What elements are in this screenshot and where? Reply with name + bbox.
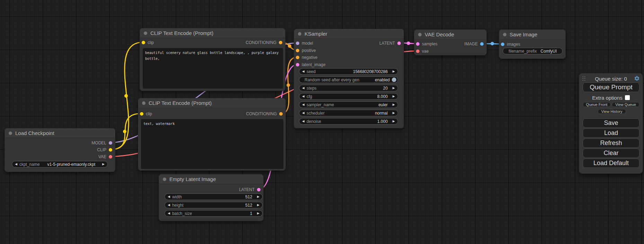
node-save-image[interactable]: Save Image images filename_prefix ComfyU… (499, 29, 566, 59)
node-titlebar[interactable]: Load Checkpoint (5, 128, 115, 138)
node-clip-text-encode-positive[interactable]: CLIP Text Encode (Prompt) clip CONDITION… (140, 28, 285, 91)
increment-arrow-icon[interactable]: ▶ (392, 87, 395, 90)
output-slot-conditioning[interactable]: CONDITIONING (246, 111, 285, 117)
decrement-arrow-icon[interactable]: ◀ (302, 95, 305, 98)
slot-dot[interactable] (416, 42, 420, 46)
slot-dot[interactable] (109, 141, 112, 145)
widget-random-seed-toggle[interactable]: Random seed after every gen enabled (299, 76, 398, 83)
decrement-arrow-icon[interactable]: ◀ (302, 87, 305, 90)
save-button[interactable]: Save (583, 118, 639, 128)
slot-dot[interactable] (279, 112, 283, 116)
input-slot-clip[interactable]: clip (142, 39, 154, 46)
slot-dot[interactable] (296, 49, 299, 52)
slot-dot[interactable] (501, 43, 504, 46)
input-slot-vae[interactable]: vae (416, 48, 429, 54)
widget-batch-size[interactable]: ◀ batch_size 1 ▶ (165, 210, 263, 217)
collapse-dot-icon[interactable] (298, 32, 301, 36)
input-slot-model[interactable]: model (296, 40, 313, 46)
input-slot-positive[interactable]: positive (296, 47, 316, 54)
node-graph-canvas[interactable]: Load Checkpoint MODEL CLIP VAE ◀ ckpt_na… (0, 0, 644, 244)
collapse-dot-icon[interactable] (163, 178, 166, 181)
collapse-dot-icon[interactable] (503, 33, 506, 36)
node-titlebar[interactable]: VAE Decode (414, 30, 486, 39)
increment-arrow-icon[interactable]: ▶ (257, 204, 259, 207)
widget-cfg[interactable]: ◀ cfg 8.000 ▶ (299, 93, 398, 100)
node-vae-decode[interactable]: VAE Decode samples vae IMAGE (414, 29, 487, 55)
slot-dot[interactable] (296, 63, 299, 66)
decrement-arrow-icon[interactable]: ◀ (168, 195, 170, 198)
slot-dot[interactable] (257, 188, 261, 191)
toggle-on-icon[interactable] (392, 78, 396, 82)
output-slot-vae[interactable]: VAE (98, 154, 115, 160)
view-queue-button[interactable]: View Queue (612, 102, 639, 107)
node-titlebar[interactable]: KSampler (294, 29, 404, 39)
output-slot-clip[interactable]: CLIP (97, 147, 115, 153)
decrement-arrow-icon[interactable]: ◀ (302, 111, 305, 115)
increment-arrow-icon[interactable]: ▶ (392, 103, 395, 106)
clear-button[interactable]: Clear (583, 148, 639, 158)
widget-sampler-name[interactable]: ◀ sampler_name euler ▶ (299, 101, 398, 108)
queue-front-button[interactable]: Queue Front (583, 102, 611, 107)
collapse-dot-icon[interactable] (144, 31, 147, 35)
load-default-button[interactable]: Load Default (583, 159, 639, 168)
widget-filename-prefix[interactable]: filename_prefix ComfyUI (503, 48, 563, 54)
node-titlebar[interactable]: Save Image (499, 30, 565, 39)
decrement-arrow-icon[interactable]: ◀ (302, 120, 305, 123)
slot-dot[interactable] (109, 155, 112, 159)
output-slot-image[interactable]: IMAGE (464, 41, 486, 47)
slot-dot[interactable] (142, 41, 145, 44)
decrement-arrow-icon[interactable]: ◀ (302, 103, 305, 106)
decrement-arrow-icon[interactable]: ◀ (168, 212, 170, 215)
widget-denoise[interactable]: ◀ denoise 1.000 ▶ (299, 118, 398, 125)
widget-height[interactable]: ◀ height 512 ▶ (165, 202, 263, 208)
collapse-dot-icon[interactable] (142, 101, 145, 105)
increment-arrow-icon[interactable]: ▶ (102, 163, 105, 166)
load-button[interactable]: Load (583, 128, 639, 138)
output-slot-latent[interactable]: LATENT (239, 187, 263, 193)
node-titlebar[interactable]: CLIP Text Encode (Prompt) (138, 98, 285, 108)
input-slot-negative[interactable]: negative (296, 54, 317, 61)
output-slot-model[interactable]: MODEL (91, 140, 115, 146)
queue-prompt-button[interactable]: Queue Prompt (583, 82, 639, 92)
decrement-arrow-icon[interactable]: ◀ (302, 70, 305, 73)
increment-arrow-icon[interactable]: ▶ (392, 120, 395, 123)
widget-steps[interactable]: ◀ steps 20 ▶ (299, 85, 398, 91)
slot-dot[interactable] (279, 41, 282, 44)
increment-arrow-icon[interactable]: ▶ (392, 111, 395, 115)
node-load-checkpoint[interactable]: Load Checkpoint MODEL CLIP VAE ◀ ckpt_na… (5, 128, 115, 172)
input-slot-latent-image[interactable]: latent_image (296, 62, 326, 68)
node-empty-latent-image[interactable]: Empty Latent Image LATENT ◀ width 512 ▶ … (159, 174, 264, 221)
node-ksampler[interactable]: KSampler model positive negative latent_… (294, 29, 404, 128)
widget-ckpt-name[interactable]: ◀ ckpt_name v1-5-pruned-emaonly.ckpt ▶ (12, 161, 108, 168)
slot-dot[interactable] (296, 42, 299, 45)
decrement-arrow-icon[interactable]: ◀ (15, 163, 17, 166)
input-slot-images[interactable]: images (501, 41, 520, 47)
increment-arrow-icon[interactable]: ▶ (257, 212, 259, 215)
extra-options-checkbox[interactable] (625, 95, 630, 100)
node-titlebar[interactable]: Empty Latent Image (159, 174, 263, 184)
widget-scheduler[interactable]: ◀ scheduler normal ▶ (299, 110, 398, 116)
queue-panel[interactable]: Queue size: 0 Queue Prompt Extra options… (579, 73, 643, 174)
slot-dot[interactable] (296, 56, 299, 59)
input-slot-clip[interactable]: clip (140, 111, 152, 117)
view-history-button[interactable]: View History (598, 109, 626, 114)
node-clip-text-encode-negative[interactable]: CLIP Text Encode (Prompt) clip CONDITION… (138, 98, 286, 171)
decrement-arrow-icon[interactable]: ◀ (168, 204, 170, 207)
node-titlebar[interactable]: CLIP Text Encode (Prompt) (140, 28, 285, 38)
output-slot-latent[interactable]: LATENT (379, 40, 404, 46)
collapse-dot-icon[interactable] (418, 33, 422, 36)
collapse-dot-icon[interactable] (9, 132, 12, 135)
output-slot-conditioning[interactable]: CONDITIONING (246, 39, 285, 46)
prompt-textarea[interactable]: text, watermark (141, 119, 283, 169)
increment-arrow-icon[interactable]: ▶ (392, 95, 395, 98)
slot-dot[interactable] (480, 42, 484, 46)
slot-dot[interactable] (109, 148, 112, 152)
widget-width[interactable]: ◀ width 512 ▶ (165, 193, 263, 200)
input-slot-samples[interactable]: samples (416, 41, 438, 47)
settings-gear-icon[interactable] (634, 75, 640, 83)
slot-dot[interactable] (140, 112, 143, 116)
slot-dot[interactable] (397, 42, 401, 45)
prompt-textarea[interactable]: beautiful scenery nature glass bottle la… (143, 48, 283, 89)
increment-arrow-icon[interactable]: ▶ (392, 70, 395, 73)
slot-dot[interactable] (416, 49, 420, 53)
